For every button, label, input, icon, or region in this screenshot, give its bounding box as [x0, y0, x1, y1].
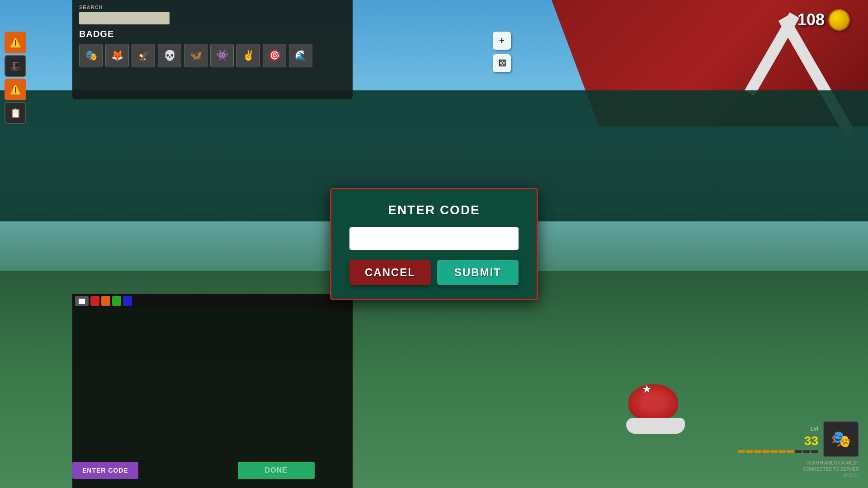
modal-overlay: ENTER CODE CANCEL SUBMIT — [0, 0, 868, 488]
modal-title: ENTER CODE — [388, 203, 480, 217]
cancel-button[interactable]: CANCEL — [349, 260, 431, 285]
code-input[interactable] — [349, 227, 519, 250]
submit-button[interactable]: SUBMIT — [437, 260, 519, 285]
enter-code-modal: ENTER CODE CANCEL SUBMIT — [330, 188, 538, 300]
modal-buttons: CANCEL SUBMIT — [349, 260, 519, 285]
